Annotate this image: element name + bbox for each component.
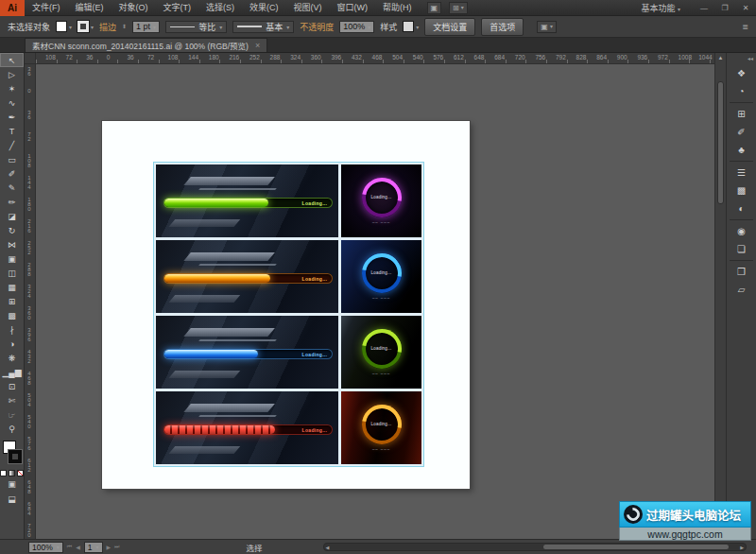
menu-select[interactable]: 选择(S) [198,0,242,15]
expand-panels-icon[interactable]: ◂◂ [727,53,756,64]
stroke-width-field[interactable]: 1 pt ▾ [132,21,160,33]
variable-width-dropdown[interactable]: 基本 ▾ [232,21,294,33]
horizontal-scrollbar[interactable]: ◀ ▶ [323,543,747,551]
layers-panel-icon[interactable]: ❐ [727,263,756,281]
symbol-sprayer-tool[interactable]: ❋ [0,351,24,365]
horizontal-ruler[interactable]: 1087236036721081441802162522883243603964… [36,53,714,64]
line-segment-tool[interactable]: ╱ [0,138,24,152]
column-graph-tool[interactable]: ▁▄▆ [0,365,24,379]
eyedropper-tool[interactable]: ∤ [0,322,24,337]
stroke-color-swatch[interactable] [9,450,22,463]
opacity-field[interactable]: 100% ▾ [339,21,374,33]
transparency-panel-icon[interactable]: ◐ [727,199,756,217]
menu-help[interactable]: 帮助(H) [375,0,420,15]
perspective-grid-tool[interactable]: ▦ [0,280,24,294]
screen-mode-button[interactable]: ⬓ [0,492,24,507]
opacity-panel-link[interactable]: 不透明度 [300,21,334,33]
scroll-left-icon[interactable]: ◀ [326,545,330,550]
mesh-tool[interactable]: ⊞ [0,294,24,308]
paintbrush-tool[interactable]: ✐ [0,166,24,181]
type-tool[interactable]: T [0,124,24,138]
selection-tool[interactable]: ↖ [0,53,24,67]
arrange-documents-icon[interactable]: ⊞ ▾ [449,2,468,14]
zoom-level-field[interactable]: 100% ▾ [28,542,63,553]
artboards-panel-icon[interactable]: ▱ [727,281,756,299]
gradient-panel-icon[interactable]: ▩ [727,182,756,199]
menu-type[interactable]: 文字(T) [156,0,199,15]
tab-close-icon[interactable]: × [255,41,260,50]
blob-brush-tool[interactable]: ✏ [0,195,24,209]
vertical-ruler[interactable]: 3603672108144180216252288324360396432468… [25,64,36,539]
workspace-switcher[interactable]: 基本功能 ▾ [641,2,680,14]
scroll-right-icon[interactable]: ▶ [740,545,744,550]
appearance-panel-icon[interactable]: ◉ [727,222,756,240]
color-guide-panel-icon[interactable]: ◔ [727,82,756,100]
color-panel-icon[interactable]: ❖ [727,64,756,82]
rectangle-tool[interactable]: ▭ [0,152,24,166]
menu-window[interactable]: 窗口(W) [330,0,376,15]
pen-tool[interactable]: ✒ [0,110,24,124]
artboard[interactable]: Loading...Loading...━━ ━━━Loading...Load… [102,121,470,489]
artboard-tool[interactable]: ⊡ [0,379,24,393]
graphic-styles-panel-icon[interactable]: ❏ [727,240,756,258]
width-tool[interactable]: ⋈ [0,237,24,251]
stroke-panel-link[interactable]: 描边 [99,21,116,33]
drawing-mode-button[interactable]: ▣ [0,476,24,492]
close-button[interactable]: ✕ [735,4,756,12]
pencil-tool[interactable]: ✎ [0,181,24,195]
stroke-color-control[interactable]: ▾ [77,21,94,32]
app-logo-icon[interactable]: Ai [0,0,25,16]
magic-wand-tool[interactable]: ✶ [0,81,24,95]
color-button[interactable] [0,470,7,476]
collapse-panels-icon[interactable]: ≣ [742,23,748,31]
blend-tool[interactable]: ◑ [0,337,24,351]
next-artboard-icon[interactable]: ▶ [107,544,112,550]
document-setup-button[interactable]: 文档设置 [424,18,475,36]
align-options-icon[interactable]: ▣ ▾ [537,21,557,33]
zoom-tool[interactable]: ⚲ [0,422,24,436]
bridge-icon[interactable]: ▣ [427,2,442,14]
last-artboard-icon[interactable]: ⏭ [114,544,119,550]
gradient-button[interactable] [9,470,15,476]
menu-file[interactable]: 文件(F) [25,0,68,15]
artboard-navigation-field[interactable]: 1 ▾ [84,542,103,553]
style-swatch-control[interactable]: ▾ [403,21,419,32]
gradient-tool[interactable]: ▩ [0,308,24,322]
hand-tool[interactable]: ☞ [0,407,24,422]
none-button[interactable] [17,470,24,476]
placed-image[interactable]: Loading...Loading...━━ ━━━Loading...Load… [154,163,423,466]
document-tab[interactable]: 素材CNN sconn.com_201402161115.ai @ 100% (… [25,38,267,52]
fill-swatch[interactable] [56,21,67,32]
stroke-panel-icon[interactable]: ☰ [727,164,756,182]
free-transform-tool[interactable]: ▣ [0,251,24,266]
menu-effect[interactable]: 效果(C) [242,0,286,15]
fill-color-control[interactable]: ▾ [56,21,72,32]
menu-edit[interactable]: 编辑(E) [68,0,112,15]
stroke-swatch[interactable] [77,21,89,32]
swatches-panel-icon[interactable]: ⊞ [727,105,756,123]
brush-definition-dropdown[interactable]: 等比 ▾ [165,21,227,33]
stroke-width-stepper[interactable]: ⬍ [122,25,127,29]
symbols-panel-icon[interactable]: ♣ [727,141,756,159]
rotate-tool[interactable]: ↻ [0,223,24,237]
horizontal-scroll-thumb[interactable] [543,545,729,549]
vertical-scroll-thumb[interactable] [717,81,724,204]
lasso-tool[interactable]: ∿ [0,95,24,110]
scroll-up-icon[interactable]: ▲ [715,53,726,62]
direct-selection-tool[interactable]: ▷ [0,67,24,81]
shape-builder-tool[interactable]: ◫ [0,266,24,280]
minimize-button[interactable]: — [694,4,714,12]
prev-artboard-icon[interactable]: ◀ [76,544,80,550]
brushes-panel-icon[interactable]: ✐ [727,123,756,141]
ruler-corner[interactable] [25,53,36,64]
menu-object[interactable]: 对象(O) [112,0,156,15]
eraser-tool[interactable]: ◪ [0,209,24,223]
canvas-area[interactable]: 1087236036721081441802162522883243603964… [36,53,714,539]
menu-view[interactable]: 视图(V) [286,0,330,15]
vertical-scrollbar[interactable]: ▲ ▼ [714,53,726,539]
style-swatch[interactable] [403,21,414,32]
maximize-button[interactable]: ❐ [714,4,735,12]
slice-tool[interactable]: ✄ [0,393,24,407]
first-artboard-icon[interactable]: ⏮ [67,544,72,550]
preferences-button[interactable]: 首选项 [481,18,524,36]
